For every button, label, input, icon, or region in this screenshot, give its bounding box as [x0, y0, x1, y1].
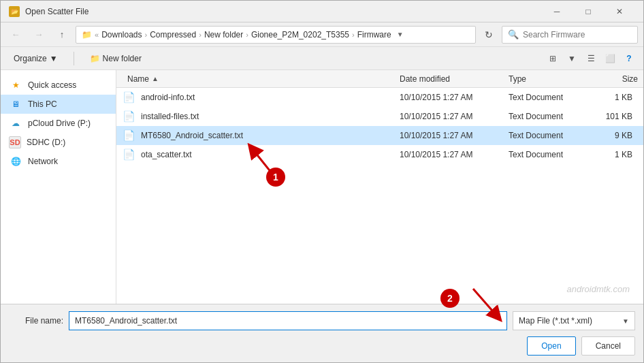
breadcrumb-downloads: Downloads [101, 30, 142, 40]
main-content: ★ Quick access 🖥 This PC ☁ pCloud Drive … [1, 70, 643, 304]
toolbar-separator [74, 52, 74, 65]
new-folder-button[interactable]: 📁 New folder [82, 50, 149, 67]
breadcrumb-gionee: Gionee_P2M_0202_T5355 [251, 30, 349, 40]
table-row[interactable]: 📄 ota_scatter.txt 10/10/2015 1:27 AM Tex… [116, 145, 643, 164]
breadcrumb-firmware: Firmware [357, 30, 391, 40]
file-date: 10/10/2015 1:27 AM [400, 150, 509, 159]
sidebar-item-sdhc[interactable]: SD SDHC (D:) [1, 133, 116, 152]
view-preview-button[interactable]: ⬜ [601, 50, 619, 67]
file-list-header: Name ▲ Date modified Type Size [116, 70, 643, 88]
close-button[interactable]: ✕ [604, 1, 635, 22]
table-row[interactable]: 📄 android-info.txt 10/10/2015 1:27 AM Te… [116, 88, 643, 107]
col-header-name[interactable]: Name ▲ [122, 74, 400, 84]
sidebar-label-pcloud: pCloud Drive (P:) [28, 119, 91, 128]
table-row[interactable]: 📄 MT6580_Android_scatter.txt 10/10/2015 … [116, 126, 643, 145]
file-type: Text Document [509, 112, 590, 121]
view-list-button[interactable]: ⊞ [544, 50, 562, 67]
sort-arrow: ▲ [152, 75, 159, 82]
filetype-arrow: ▼ [622, 317, 629, 325]
file-type: Text Document [509, 150, 590, 159]
organize-label: Organize [14, 54, 47, 63]
filename-input[interactable] [69, 311, 507, 330]
file-name: MT6580_Android_scatter.txt [135, 131, 400, 140]
dialog: 📂 Open Scatter File ─ □ ✕ ← → ↑ 📁 « Down… [0, 0, 644, 363]
file-type: Text Document [509, 93, 590, 102]
sidebar-item-this-pc[interactable]: 🖥 This PC [1, 95, 116, 114]
new-folder-icon: 📁 [90, 54, 100, 63]
sidebar-item-quick-access[interactable]: ★ Quick access [1, 76, 116, 95]
sidebar-label-quick-access: Quick access [28, 80, 76, 90]
up-button[interactable]: ↑ [52, 26, 71, 44]
help-button[interactable]: ? [620, 50, 638, 67]
file-date: 10/10/2015 1:27 AM [400, 131, 509, 140]
nav-bar: ← → ↑ 📁 « Downloads › Compressed › New f… [1, 22, 643, 47]
organize-arrow: ▼ [50, 54, 58, 63]
title-bar-controls: ─ □ ✕ [541, 1, 635, 22]
file-name: android-info.txt [135, 93, 400, 102]
sidebar-item-network[interactable]: 🌐 Network [1, 152, 116, 171]
file-date: 10/10/2015 1:27 AM [400, 112, 509, 121]
search-box: 🔍 [502, 26, 638, 44]
file-size: 1 KB [590, 150, 638, 159]
filetype-label: Map File (*.txt *.xml) [519, 316, 592, 326]
sidebar-item-pcloud[interactable]: ☁ pCloud Drive (P:) [1, 114, 116, 133]
col-header-date[interactable]: Date modified [400, 74, 509, 84]
search-icon: 🔍 [508, 29, 519, 40]
maximize-button[interactable]: □ [573, 1, 604, 22]
action-buttons: Open Cancel [527, 336, 635, 356]
col-header-size[interactable]: Size [590, 74, 638, 84]
file-size: 9 KB [590, 131, 638, 140]
search-input[interactable] [523, 30, 632, 40]
filename-row: File name: Map File (*.txt *.xml) ▼ [9, 311, 635, 330]
bottom-bar: File name: Map File (*.txt *.xml) ▼ Open… [1, 304, 643, 362]
filename-label: File name: [9, 316, 63, 326]
col-header-type[interactable]: Type [509, 74, 590, 84]
dialog-icon: 📂 [9, 6, 20, 17]
file-area: Name ▲ Date modified Type Size 📄 android… [116, 70, 643, 304]
sidebar-label-this-pc: This PC [28, 99, 57, 109]
file-size: 101 KB [590, 112, 638, 121]
star-icon: ★ [9, 78, 22, 92]
file-date: 10/10/2015 1:27 AM [400, 93, 509, 102]
filetype-select[interactable]: Map File (*.txt *.xml) ▼ [513, 311, 635, 330]
back-button[interactable]: ← [6, 26, 25, 44]
open-button[interactable]: Open [527, 336, 575, 356]
view-details-button[interactable]: ☰ [582, 50, 600, 67]
minimize-button[interactable]: ─ [541, 1, 573, 22]
breadcrumb-icon: 📁 [82, 30, 92, 40]
sidebar-label-network: Network [28, 157, 58, 166]
table-row[interactable]: 📄 installed-files.txt 10/10/2015 1:27 AM… [116, 107, 643, 126]
file-name: ota_scatter.txt [135, 150, 400, 159]
title-bar: 📂 Open Scatter File ─ □ ✕ [1, 1, 643, 22]
file-icon: 📄 [122, 129, 135, 142]
pc-icon: 🖥 [9, 97, 22, 111]
organize-button[interactable]: Organize ▼ [6, 50, 65, 67]
file-icon: 📄 [122, 110, 135, 123]
view-buttons: ⊞ ▼ ☰ ⬜ ? [544, 50, 638, 67]
toolbar: Organize ▼ 📁 New folder ⊞ ▼ ☰ ⬜ ? [1, 47, 643, 70]
file-icon: 📄 [122, 91, 135, 104]
refresh-button[interactable]: ↻ [480, 26, 498, 44]
cancel-button[interactable]: Cancel [581, 336, 635, 356]
action-row: Open Cancel [9, 336, 635, 356]
file-icon: 📄 [122, 148, 135, 161]
file-type: Text Document [509, 131, 590, 140]
dialog-title: Open Scatter File [25, 7, 88, 16]
forward-button[interactable]: → [29, 26, 48, 44]
new-folder-label: New folder [103, 54, 142, 63]
network-icon: 🌐 [9, 155, 22, 168]
breadcrumb-newfolder: New folder [204, 30, 243, 40]
sidebar: ★ Quick access 🖥 This PC ☁ pCloud Drive … [1, 70, 116, 304]
file-rows-container: 📄 android-info.txt 10/10/2015 1:27 AM Te… [116, 88, 643, 164]
view-dropdown-button[interactable]: ▼ [563, 50, 581, 67]
breadcrumb-bar[interactable]: 📁 « Downloads › Compressed › New folder … [76, 26, 476, 44]
file-name: installed-files.txt [135, 112, 400, 121]
title-bar-left: 📂 Open Scatter File [9, 6, 88, 17]
sidebar-label-sdhc: SDHC (D:) [27, 138, 65, 147]
breadcrumb-compressed: Compressed [150, 30, 196, 40]
file-size: 1 KB [590, 93, 638, 102]
sd-icon: SD [9, 136, 21, 148]
cloud-icon: ☁ [9, 116, 22, 130]
